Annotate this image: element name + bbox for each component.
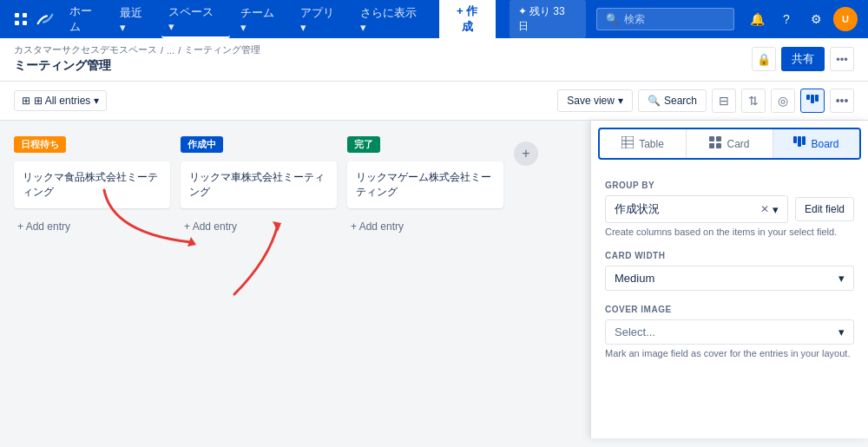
cover-image-label: COVER IMAGE (605, 305, 854, 314)
help-icon[interactable]: ? (774, 7, 799, 31)
fields-icon[interactable]: ◎ (771, 89, 795, 113)
chevron-down-icon: ▾ (94, 95, 99, 107)
cover-image-section: COVER IMAGE Select... ▾ Mark an image fi… (605, 305, 854, 358)
column-badge-2: 作成中 (181, 136, 223, 153)
svg-rect-1 (23, 13, 27, 17)
days-remaining[interactable]: ✦ 残り 33 日 (510, 0, 587, 38)
svg-rect-5 (811, 95, 814, 103)
top-navigation: ホーム 最近 ▾ スペース ▾ チーム ▾ アプリ ▾ さらに表示 ▾ + 作成… (0, 0, 868, 38)
board-column-2: 作成中 リックマ車株式会社ミーティング + Add entry (181, 135, 337, 424)
nav-more[interactable]: さらに表示 ▾ (353, 2, 432, 37)
panel-body: GROUP BY 作成状況 ✕ ▾ Edit field Create colu… (591, 167, 868, 372)
cover-image-hint: Mark an image field as cover for the ent… (605, 348, 854, 358)
filter-icon[interactable]: ⊟ (712, 89, 736, 113)
svg-rect-6 (815, 95, 819, 102)
search-icon-small: 🔍 (648, 95, 661, 107)
board-area: 日程待ち リックマ食品株式会社ミーティング + Add entry 作成中 リッ… (0, 121, 590, 438)
svg-rect-2 (15, 21, 19, 25)
save-view-button[interactable]: Save view ▾ (557, 89, 633, 112)
tab-table[interactable]: Table (600, 129, 687, 158)
sort-icon[interactable]: ⇅ (741, 89, 766, 113)
column-header-1: 日程待ち (14, 135, 170, 154)
cover-image-dropdown[interactable]: Select... ▾ (605, 319, 854, 345)
board-card-2-1[interactable]: リックマ車株式会社ミーティング (181, 161, 337, 208)
board-tab-label: Board (811, 138, 838, 150)
share-button[interactable]: 共有 (781, 47, 825, 71)
breadcrumb-current[interactable]: ミーティング管理 (184, 43, 260, 56)
notifications-icon[interactable]: 🔔 (745, 7, 769, 31)
save-view-chevron-icon: ▾ (618, 95, 623, 107)
more-toolbar-icon[interactable]: ••• (830, 89, 854, 113)
all-entries-button[interactable]: ⊞ ⊞ All entries ▾ (14, 90, 107, 111)
breadcrumb-bar: カスタマーサクセスデモスペース / ... / ミーティング管理 ミーティング管… (0, 38, 868, 82)
breadcrumb-space[interactable]: カスタマーサクセスデモスペース (14, 43, 157, 56)
search-button[interactable]: 🔍 Search (638, 89, 707, 112)
global-search-input[interactable] (624, 13, 725, 25)
group-by-section: GROUP BY 作成状況 ✕ ▾ Edit field Create colu… (605, 181, 854, 237)
lock-icon[interactable]: 🔒 (752, 47, 776, 71)
svg-rect-13 (709, 136, 714, 141)
breadcrumb-ellipsis[interactable]: ... (167, 45, 174, 56)
clear-group-by-icon[interactable]: ✕ (760, 203, 769, 215)
card-tab-label: Card (727, 138, 749, 150)
board-tab-icon (793, 136, 806, 151)
card-width-chevron-icon: ▾ (838, 272, 845, 285)
group-by-hint: Create columns based on the items in you… (605, 227, 854, 237)
global-search[interactable]: 🔍 (596, 8, 734, 30)
column-header-3: 完了 (347, 135, 503, 154)
svg-rect-9 (621, 136, 634, 148)
board-card-1-1[interactable]: リックマ食品株式会社ミーティング (14, 161, 170, 208)
svg-rect-18 (798, 136, 801, 147)
board-view-icon[interactable] (800, 89, 825, 113)
search-label: Search (664, 95, 697, 107)
board-column-3: 完了 リックマゲーム株式会社ミーティング + Add entry (347, 135, 503, 424)
nav-apps[interactable]: アプリ ▾ (293, 2, 350, 37)
card-width-section: CARD WIDTH Medium ▾ (605, 251, 854, 291)
column-header-2: 作成中 (181, 135, 337, 154)
svg-rect-15 (709, 143, 714, 148)
group-by-select[interactable]: 作成状況 ✕ ▾ (605, 195, 788, 223)
svg-rect-17 (793, 136, 797, 143)
table-tab-label: Table (639, 138, 664, 150)
add-column-button[interactable]: + (514, 141, 538, 166)
main-content-area: 日程待ち リックマ食品株式会社ミーティング + Add entry 作成中 リッ… (0, 121, 868, 438)
breadcrumb-sep2: / (178, 45, 181, 56)
svg-rect-14 (716, 136, 721, 141)
svg-rect-0 (15, 13, 19, 17)
add-entry-btn-1[interactable]: + Add entry (14, 215, 170, 238)
table-icon: ⊞ (22, 95, 30, 107)
tab-board[interactable]: Board (773, 129, 859, 158)
edit-field-button[interactable]: Edit field (795, 197, 854, 221)
column-badge-3: 完了 (347, 136, 380, 153)
settings-icon[interactable]: ⚙ (804, 7, 828, 31)
add-entry-btn-2[interactable]: + Add entry (181, 215, 337, 238)
all-entries-label: ⊞ All entries (34, 95, 90, 107)
user-avatar[interactable]: U (833, 7, 858, 31)
tab-card[interactable]: Card (687, 129, 773, 158)
create-button[interactable]: + 作成 (439, 0, 496, 40)
group-by-row: 作成状況 ✕ ▾ Edit field (605, 195, 854, 223)
svg-rect-3 (23, 21, 27, 25)
board-card-3-1[interactable]: リックマゲーム株式会社ミーティング (347, 161, 503, 208)
view-toolbar: ⊞ ⊞ All entries ▾ Save view ▾ 🔍 Search ⊟… (0, 82, 868, 121)
svg-rect-4 (806, 95, 810, 100)
group-by-label: GROUP BY (605, 181, 854, 190)
grid-icon[interactable] (10, 9, 31, 30)
table-tab-icon (621, 136, 634, 151)
confluence-logo[interactable] (35, 9, 56, 30)
board-column-1: 日程待ち リックマ食品株式会社ミーティング + Add entry (14, 135, 170, 424)
nav-team[interactable]: チーム ▾ (233, 2, 290, 37)
card-width-value: Medium (615, 272, 654, 285)
nav-home[interactable]: ホーム (62, 0, 110, 38)
svg-rect-19 (802, 136, 806, 145)
nav-recent[interactable]: 最近 ▾ (113, 2, 158, 37)
column-badge-1: 日程待ち (14, 136, 66, 153)
page-title: ミーティング管理 (14, 58, 260, 79)
card-tab-icon (709, 136, 721, 151)
more-actions-icon[interactable]: ••• (830, 47, 854, 71)
breadcrumb-sep1: / (161, 45, 163, 56)
view-switcher: Table Card Board (598, 128, 861, 160)
add-entry-btn-3[interactable]: + Add entry (347, 215, 503, 238)
card-width-dropdown[interactable]: Medium ▾ (605, 266, 854, 291)
nav-spaces[interactable]: スペース ▾ (161, 1, 229, 38)
